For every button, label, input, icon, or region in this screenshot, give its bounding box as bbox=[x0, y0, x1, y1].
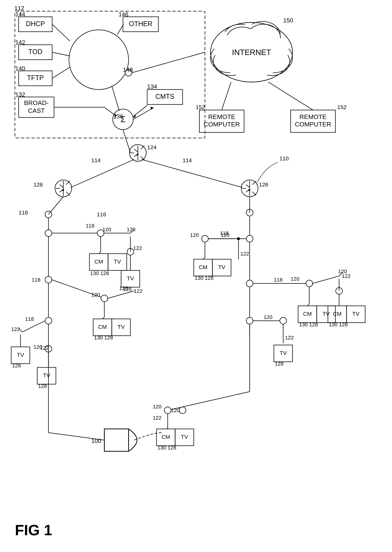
svg-text:BROAD-: BROAD- bbox=[24, 99, 49, 106]
svg-text:132: 132 bbox=[15, 91, 25, 98]
svg-line-12 bbox=[52, 52, 70, 56]
svg-text:118: 118 bbox=[32, 277, 40, 283]
svg-text:TV: TV bbox=[280, 350, 287, 356]
svg-text:118: 118 bbox=[86, 223, 94, 229]
svg-text:122: 122 bbox=[285, 335, 294, 341]
svg-text:REMOTE: REMOTE bbox=[208, 113, 235, 120]
svg-text:120: 120 bbox=[119, 285, 128, 291]
diagram: DHCP TOD TFTP BROAD- CAST OTHER bbox=[0, 0, 392, 552]
svg-text:152: 152 bbox=[196, 104, 205, 110]
svg-line-129 bbox=[108, 291, 134, 298]
svg-text:TV: TV bbox=[118, 324, 125, 330]
svg-text:120: 120 bbox=[291, 276, 299, 282]
svg-text:130   128: 130 128 bbox=[329, 322, 348, 328]
svg-text:TV: TV bbox=[17, 352, 24, 358]
svg-text:122: 122 bbox=[240, 251, 249, 257]
svg-text:CMTS: CMTS bbox=[155, 93, 174, 100]
svg-text:148: 148 bbox=[123, 66, 133, 73]
svg-line-27 bbox=[134, 105, 147, 116]
svg-point-162 bbox=[237, 237, 240, 240]
svg-text:128: 128 bbox=[12, 363, 21, 368]
svg-text:TV: TV bbox=[43, 372, 50, 378]
svg-line-19 bbox=[117, 24, 123, 35]
svg-line-51 bbox=[222, 82, 231, 110]
svg-line-82 bbox=[252, 192, 256, 195]
svg-text:130   128: 130 128 bbox=[195, 275, 214, 281]
svg-text:COMPUTER: COMPUTER bbox=[204, 121, 240, 128]
svg-text:TV: TV bbox=[181, 434, 188, 440]
svg-text:120: 120 bbox=[127, 227, 135, 232]
svg-text:122: 122 bbox=[134, 288, 142, 294]
svg-line-74 bbox=[71, 159, 134, 187]
svg-text:126: 126 bbox=[259, 181, 268, 188]
svg-line-52 bbox=[268, 82, 313, 110]
svg-point-201 bbox=[164, 407, 171, 414]
svg-line-30 bbox=[132, 52, 205, 73]
svg-text:COMPUTER: COMPUTER bbox=[295, 121, 331, 128]
svg-point-117 bbox=[45, 276, 52, 283]
svg-text:130   128: 130 128 bbox=[94, 335, 113, 341]
svg-text:128: 128 bbox=[275, 361, 284, 367]
svg-line-57 bbox=[134, 149, 138, 152]
svg-text:130   128: 130 128 bbox=[299, 322, 318, 328]
svg-line-178 bbox=[313, 276, 339, 283]
svg-point-95 bbox=[45, 230, 52, 237]
svg-line-13 bbox=[52, 67, 70, 78]
svg-text:136: 136 bbox=[113, 113, 123, 120]
svg-text:120: 120 bbox=[190, 232, 199, 238]
svg-marker-26 bbox=[151, 107, 154, 110]
svg-line-84 bbox=[142, 159, 242, 187]
svg-text:130   128: 130 128 bbox=[90, 270, 109, 276]
svg-text:122: 122 bbox=[342, 273, 351, 279]
svg-line-200 bbox=[168, 392, 250, 410]
svg-text:TV: TV bbox=[127, 275, 134, 281]
svg-text:134: 134 bbox=[147, 83, 157, 90]
svg-text:OTHER: OTHER bbox=[129, 20, 152, 28]
svg-text:114: 114 bbox=[91, 157, 101, 163]
svg-text:CM: CM bbox=[199, 264, 208, 270]
svg-text:120: 120 bbox=[264, 314, 272, 320]
svg-line-134 bbox=[22, 321, 45, 332]
svg-text:150: 150 bbox=[283, 17, 293, 24]
svg-line-24 bbox=[112, 86, 119, 111]
svg-text:140: 140 bbox=[15, 65, 25, 72]
svg-rect-213 bbox=[104, 429, 129, 451]
svg-text:112: 112 bbox=[14, 5, 24, 12]
svg-text:TFTP: TFTP bbox=[27, 74, 44, 82]
svg-text:146: 146 bbox=[119, 11, 128, 18]
svg-text:FIG 1: FIG 1 bbox=[15, 522, 52, 538]
svg-text:120: 120 bbox=[153, 404, 161, 409]
svg-text:CM: CM bbox=[98, 324, 107, 330]
svg-point-169 bbox=[306, 280, 313, 287]
svg-text:152: 152 bbox=[337, 104, 347, 110]
svg-text:120: 120 bbox=[103, 227, 111, 232]
svg-text:TV: TV bbox=[218, 264, 225, 270]
svg-text:126: 126 bbox=[34, 181, 43, 188]
svg-text:122: 122 bbox=[153, 415, 161, 421]
svg-text:CAST: CAST bbox=[28, 107, 45, 114]
svg-point-10 bbox=[69, 30, 129, 90]
svg-text:142: 142 bbox=[15, 39, 25, 46]
svg-line-11 bbox=[52, 24, 70, 41]
svg-line-63 bbox=[123, 130, 130, 153]
svg-point-120 bbox=[101, 295, 108, 302]
svg-point-166 bbox=[246, 280, 253, 287]
svg-text:144: 144 bbox=[15, 11, 25, 18]
svg-text:120: 120 bbox=[171, 408, 180, 413]
svg-point-132 bbox=[45, 317, 52, 324]
svg-point-149 bbox=[246, 235, 253, 242]
svg-text:120: 120 bbox=[91, 292, 100, 298]
svg-text:122: 122 bbox=[133, 245, 142, 251]
svg-text:122: 122 bbox=[11, 326, 20, 332]
svg-line-89 bbox=[49, 197, 63, 215]
svg-text:CM: CM bbox=[94, 258, 103, 265]
svg-text:118: 118 bbox=[25, 316, 34, 322]
svg-text:TV: TV bbox=[322, 311, 329, 317]
svg-text:TV: TV bbox=[352, 311, 359, 317]
svg-text:120: 120 bbox=[221, 232, 230, 238]
svg-line-78 bbox=[246, 185, 250, 187]
svg-text:TOD: TOD bbox=[28, 48, 42, 56]
svg-text:DHCP: DHCP bbox=[26, 20, 45, 28]
svg-text:128: 128 bbox=[38, 383, 47, 389]
svg-marker-28 bbox=[133, 114, 136, 118]
